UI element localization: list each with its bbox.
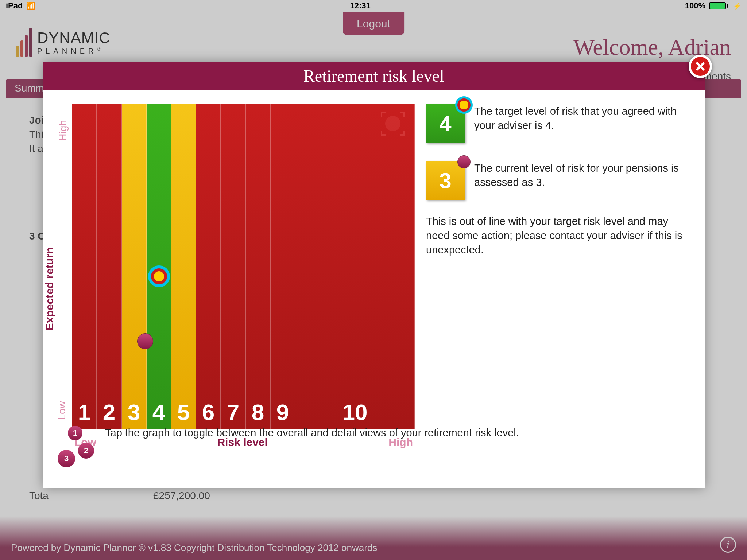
risk-column-3[interactable]: 3 (122, 104, 147, 429)
y-axis-label: Expected return (43, 247, 56, 330)
wifi-icon (26, 1, 35, 11)
risk-column-label: 2 (103, 399, 115, 425)
footer-text: Powered by Dynamic Planner ® v1.83 Copyr… (11, 542, 377, 553)
risk-column-1[interactable]: 1 (72, 104, 97, 429)
risk-column-4[interactable]: 4 (147, 104, 171, 429)
current-level-badge: 3 (426, 161, 465, 200)
target-level-badge: 4 (426, 104, 465, 143)
charging-icon (732, 1, 741, 11)
y-axis-low: Low (56, 401, 68, 420)
current-level-text: The current level of risk for your pensi… (474, 161, 683, 190)
logo-bars-icon (16, 28, 32, 57)
target-badge-icon (457, 98, 471, 112)
current-marker[interactable] (137, 333, 153, 349)
welcome-text: Welcome, Adrian (573, 34, 731, 60)
device-label: iPad (6, 1, 23, 11)
close-icon (691, 57, 710, 76)
risk-column-label: 5 (177, 399, 190, 425)
target-level-text: The target level of risk that you agreed… (474, 104, 683, 133)
modal-title: Retirement risk level (43, 62, 705, 90)
tip-numbers-icon: 1 2 3 (54, 426, 94, 466)
expand-icon[interactable] (381, 112, 405, 136)
total-value: £257,200.00 (153, 490, 210, 502)
risk-column-label: 9 (276, 399, 289, 425)
logo-text-2: PLANNER® (37, 47, 111, 55)
risk-column-2[interactable]: 2 (97, 104, 122, 429)
close-button[interactable] (689, 55, 712, 78)
risk-column-8[interactable]: 8 (246, 104, 271, 429)
retirement-risk-modal: Retirement risk level High Expected retu… (43, 62, 705, 488)
info-panel: 4 The target level of risk that you agre… (415, 90, 705, 488)
risk-column-label: 1 (78, 399, 90, 425)
risk-column-10[interactable]: 10 (295, 104, 415, 429)
battery-icon (709, 2, 728, 9)
risk-column-5[interactable]: 5 (171, 104, 196, 429)
target-marker[interactable] (151, 268, 167, 284)
risk-column-label: 7 (227, 399, 239, 425)
app-logo: DYNAMIC PLANNER® (16, 28, 111, 57)
warning-text: This is out of line with your target ris… (426, 214, 683, 257)
risk-column-label: 6 (202, 399, 214, 425)
risk-column-label: 4 (152, 399, 165, 425)
battery-percent: 100% (685, 1, 705, 11)
info-icon[interactable]: i (720, 537, 736, 553)
current-badge-icon (457, 155, 471, 168)
risk-column-label: 10 (342, 399, 368, 425)
risk-column-7[interactable]: 7 (221, 104, 246, 429)
risk-column-9[interactable]: 9 (271, 104, 295, 429)
tip-text: Tap the graph to toggle between the over… (105, 426, 683, 440)
status-bar: iPad 12:31 100% (0, 0, 747, 12)
logo-text-1: DYNAMIC (37, 29, 111, 47)
status-time: 12:31 (350, 1, 370, 11)
total-label: Tota (29, 490, 49, 501)
y-axis-high: High (57, 120, 69, 141)
risk-column-label: 3 (128, 399, 140, 425)
risk-column-6[interactable]: 6 (196, 104, 221, 429)
risk-column-label: 8 (252, 399, 264, 425)
logout-button[interactable]: Logout (343, 12, 404, 35)
